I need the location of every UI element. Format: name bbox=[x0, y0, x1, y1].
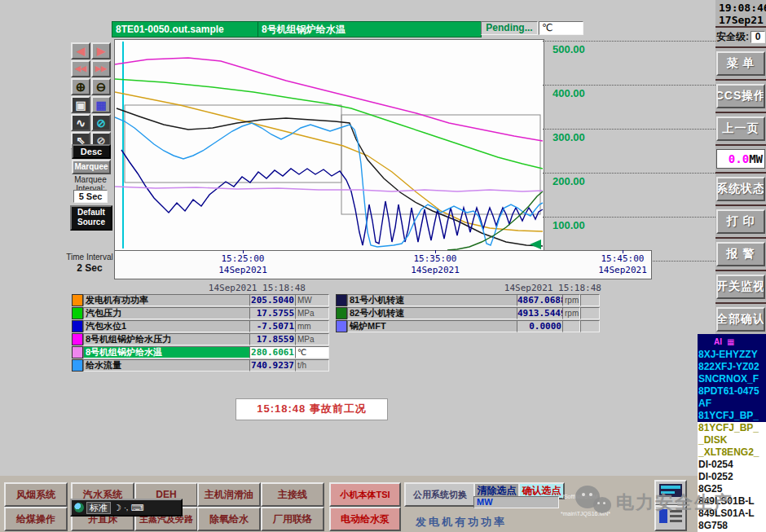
marquee-interval-value[interactable]: 5 Sec bbox=[73, 190, 108, 203]
alarm-item[interactable]: 849LS01A-L bbox=[698, 508, 766, 520]
sidebar-button-ack-all[interactable]: 全部确认 bbox=[716, 307, 765, 332]
point-label-field[interactable]: 汽包压力 bbox=[83, 307, 251, 319]
alarm-item[interactable]: _DISK bbox=[698, 434, 766, 446]
menu-button-5[interactable]: 厂用联络 bbox=[261, 507, 324, 531]
trend-button[interactable]: ∿ bbox=[71, 114, 90, 131]
generator-power-label: 发电机有功功率 bbox=[416, 515, 507, 530]
menu-button-7[interactable]: 公用系统切换 bbox=[404, 482, 476, 507]
menu-button-4[interactable]: 除氧给水 bbox=[197, 507, 261, 531]
zoom-in-button[interactable]: ⊕ bbox=[71, 78, 90, 95]
sidebar-button-menu[interactable]: 菜 单 bbox=[716, 51, 765, 76]
point-label-field[interactable]: 汽包水位1 bbox=[83, 320, 251, 332]
x-tick-label: 15:35:0014Sep2021 bbox=[390, 253, 480, 276]
marquee-button[interactable]: Marquee bbox=[72, 160, 111, 174]
alarm-item[interactable]: 81YCFJ_BP_ bbox=[698, 422, 766, 434]
point-unit-field: rpm bbox=[562, 307, 580, 319]
table-row[interactable]: 8号机组锅炉给水压力17.8559MPa bbox=[72, 333, 341, 345]
grid-button[interactable]: ▦ bbox=[91, 96, 111, 113]
fast-back-icon: ◀◀ bbox=[75, 65, 86, 73]
point-label-field[interactable]: 81号小机转速 bbox=[347, 294, 518, 306]
menu-button-1[interactable]: 风烟系统 bbox=[4, 482, 68, 507]
alarm-item[interactable]: 822XFJ-YZ02 bbox=[698, 361, 766, 373]
y-tick-label: 300.00 bbox=[552, 131, 585, 143]
table-row[interactable]: 发电机有功功率205.5040MW bbox=[72, 294, 341, 306]
point-label-field[interactable]: 82号小机转速 bbox=[347, 307, 518, 319]
series-8号机组锅炉给水温 bbox=[115, 187, 543, 191]
ime-keyboard-icon[interactable]: ⌨ bbox=[130, 503, 143, 513]
menu-button-5[interactable]: 主接线 bbox=[261, 482, 324, 507]
table-row[interactable]: 汽包压力17.5755MPa bbox=[72, 307, 341, 319]
sidebar-button-prev-page[interactable]: 上一页 bbox=[716, 117, 765, 141]
menu-button-6[interactable]: 电动给水泵 bbox=[329, 507, 401, 531]
default-source-button[interactable]: Default Source bbox=[70, 205, 112, 231]
alarm-item[interactable]: DI-0252 bbox=[698, 471, 766, 483]
mw-display: 0.0MW bbox=[716, 149, 765, 169]
step-back-button[interactable]: ◀ bbox=[71, 42, 90, 59]
point-label-field[interactable]: 8号机组锅炉给水温 bbox=[83, 346, 251, 358]
series-color-swatch bbox=[72, 346, 83, 358]
timestamp-right: 14Sep2021 15:18:48 bbox=[491, 283, 601, 293]
sidebar-button-alarm[interactable]: 报 警 bbox=[716, 242, 765, 266]
menu-button-6[interactable]: 小机本体TSI bbox=[329, 482, 401, 507]
zoom-out-button[interactable]: ⊖ bbox=[91, 78, 111, 95]
alarm-item[interactable]: _XLT8ENG2_ bbox=[698, 446, 766, 459]
table-row[interactable]: 锅炉MFT0.0000 bbox=[336, 320, 605, 332]
sidebar-button-print[interactable]: 打 印 bbox=[716, 209, 765, 234]
security-level-value: 0 bbox=[751, 31, 765, 43]
trend-curves bbox=[115, 40, 544, 250]
alarm-item[interactable]: DI-0254 bbox=[698, 459, 766, 471]
ime-fullhalf-moon-icon[interactable]: ☽ bbox=[113, 503, 121, 513]
alarm-item[interactable]: 81YCFJ_BP_ bbox=[698, 410, 766, 422]
ime-logo-icon[interactable] bbox=[74, 503, 84, 512]
alarm-item[interactable]: 8G25 bbox=[698, 483, 766, 495]
panel-thumbnail-icon-2[interactable] bbox=[654, 505, 687, 531]
x-tick-time: 15:35:00 bbox=[390, 253, 480, 265]
table-row[interactable]: 8号机组锅炉给水温280.6061℃ bbox=[72, 346, 341, 358]
no-trend-button[interactable]: ⊘ bbox=[91, 114, 111, 131]
trend-plot-area[interactable] bbox=[114, 39, 544, 251]
point-id-field[interactable]: 8TE01-0050.out.sample bbox=[112, 21, 258, 37]
ime-punctuation-icon[interactable]: ·, bbox=[124, 503, 129, 513]
alarm-item[interactable]: 849LS01B-L bbox=[698, 495, 766, 508]
step-forward-button[interactable]: ▶ bbox=[91, 42, 111, 59]
menu-button-1[interactable]: 给煤操作 bbox=[4, 507, 68, 531]
window-mini-icon[interactable]: ▦ bbox=[727, 337, 734, 346]
alarm-item[interactable]: AF bbox=[698, 398, 766, 410]
fast-back-button[interactable]: ◀◀ bbox=[71, 60, 90, 77]
point-unit-field: MPa bbox=[295, 333, 329, 345]
alarm-item[interactable]: SNCRNOX_F bbox=[698, 373, 766, 385]
desc-button[interactable]: Desc bbox=[72, 144, 111, 159]
window-button[interactable]: ▣ bbox=[71, 96, 90, 113]
mainpath-text: *main\TJQS16.MN* bbox=[561, 511, 610, 517]
point-label-field[interactable]: 给水流量 bbox=[83, 359, 251, 372]
table-row[interactable]: 汽包水位1-7.5071mm bbox=[72, 320, 341, 332]
y-tick-label: 100.00 bbox=[552, 219, 585, 231]
spare-field bbox=[580, 307, 600, 319]
series-color-swatch bbox=[72, 359, 83, 372]
point-label-field[interactable]: 8号机组锅炉给水压力 bbox=[83, 333, 251, 345]
alarm-item[interactable]: 8G758 bbox=[698, 520, 766, 532]
sidebar-button-switch-monitor[interactable]: 开关监视 bbox=[716, 275, 765, 299]
fast-forward-button[interactable]: ▶▶ bbox=[91, 60, 111, 77]
sidebar-button-system-status[interactable]: 系统状态 bbox=[716, 177, 765, 201]
point-desc-field[interactable]: 8号机组锅炉给水温 bbox=[258, 21, 482, 37]
series-color-swatch bbox=[336, 307, 347, 319]
table-row[interactable]: 给水流量740.9237t/h bbox=[72, 359, 341, 372]
ime-toolbar[interactable]: 标准 ☽ ·, ⌨ bbox=[70, 499, 183, 517]
table-row[interactable]: 81号小机转速4867.0688rpm bbox=[336, 294, 605, 306]
y-axis-margin: 500.00400.00300.00200.00100.000.00 bbox=[543, 0, 715, 277]
mw-dropdown-field[interactable]: MW bbox=[473, 496, 559, 508]
point-label-field[interactable]: 发电机有功功率 bbox=[83, 294, 251, 306]
panel-thumbnail-icon[interactable] bbox=[654, 480, 687, 506]
series-color-swatch bbox=[72, 294, 83, 306]
ime-mode-button[interactable]: 标准 bbox=[86, 502, 111, 514]
ai-icon[interactable]: AI bbox=[714, 337, 722, 346]
alarm-item[interactable]: 8XJ-EHYZZY bbox=[698, 349, 766, 361]
sidebar-button-ccs[interactable]: CCS操作 bbox=[716, 84, 765, 108]
point-unit-field: rpm bbox=[562, 294, 580, 306]
table-row[interactable]: 82号小机转速4913.5449rpm bbox=[336, 307, 605, 319]
alarm-item[interactable]: 8PDT61-0475 bbox=[698, 385, 766, 398]
menu-button-4[interactable]: 主机润滑油 bbox=[197, 482, 261, 507]
x-tick-date: 14Sep2021 bbox=[198, 265, 288, 276]
point-label-field[interactable]: 锅炉MFT bbox=[347, 320, 518, 332]
